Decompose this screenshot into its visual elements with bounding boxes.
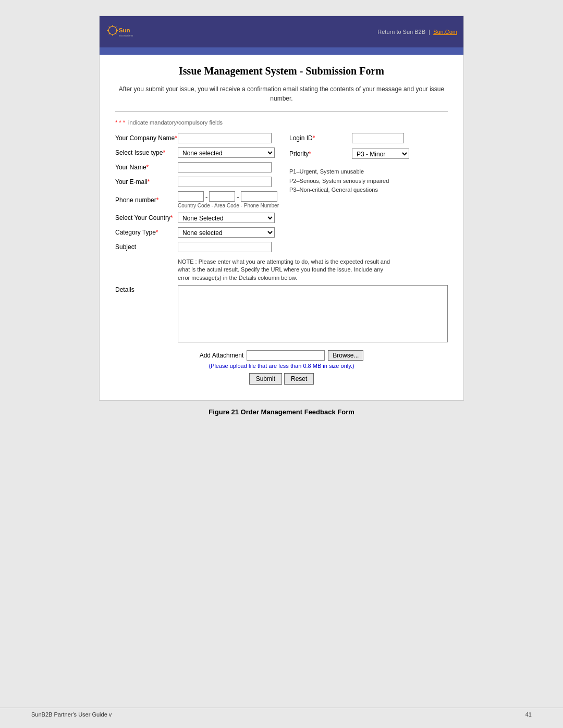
priority-dropdown[interactable]: P3 - Minor [352, 149, 409, 159]
sun-logo: Sun microsystems [106, 21, 133, 43]
form-title: Issue Management System - Submission For… [115, 65, 448, 77]
company-name-row: Your Company Name* [115, 133, 279, 143]
right-section: Login ID* Priority* P3 - Minor [284, 133, 409, 254]
priority-p3: P3–Non-critical, General questions [289, 186, 409, 195]
priority-p1: P1–Urgent, System unusable [289, 167, 409, 177]
login-id-label: Login ID* [289, 134, 352, 142]
header-bar: Sun microsystems Return to Sun B2B | Sun… [100, 16, 463, 47]
country-row: Select Your Country* None Selected [115, 213, 279, 223]
page-footer: SunB2B Partner's User Guide v 41 [0, 708, 563, 718]
submit-button[interactable]: Submit [249, 373, 282, 385]
left-section: Your Company Name* Select Issue type* No… [115, 133, 279, 254]
asterisks: * * * [115, 119, 125, 126]
footer-left: SunB2B Partner's User Guide v [31, 711, 112, 718]
sun-com-link[interactable]: Sun.Com [433, 29, 457, 35]
issue-type-row: Select Issue type* None selected [115, 147, 279, 158]
category-dropdown[interactable]: None selected [178, 227, 275, 238]
email-row: Your E-mail* [115, 177, 279, 187]
country-label: Select Your Country* [115, 214, 178, 221]
divider [115, 112, 448, 112]
category-row: Category Type* None selected [115, 227, 279, 238]
company-name-label: Your Company Name* [115, 134, 178, 142]
phone-sep-2: - [237, 193, 239, 201]
bottom-section: Add Attachment Browse... (Please upload … [115, 350, 448, 385]
issue-type-dropdown[interactable]: None selected [178, 147, 275, 158]
email-input[interactable] [178, 177, 272, 187]
login-id-input[interactable] [352, 133, 404, 143]
svg-line-5 [109, 27, 110, 28]
category-label: Category Type* [115, 229, 178, 236]
svg-line-8 [109, 33, 110, 34]
subject-input[interactable] [178, 242, 272, 252]
form-content: Issue Management System - Submission For… [100, 55, 463, 400]
return-link-text: Return to Sun B2B [377, 29, 425, 35]
login-id-row: Login ID* [289, 133, 409, 143]
priority-row: Priority* P3 - Minor [289, 149, 409, 159]
form-subtitle: After you submit your issue, you will re… [115, 84, 448, 103]
phone-number-input[interactable] [241, 191, 277, 202]
attachment-input[interactable] [247, 350, 325, 361]
phone-row: Phone number* - - Country Code - Area Co… [115, 191, 279, 208]
footer-right: 41 [525, 711, 532, 718]
issue-type-label: Select Issue type* [115, 149, 178, 156]
svg-point-0 [108, 27, 117, 35]
attachment-row: Add Attachment Browse... [115, 350, 448, 361]
upload-note: (Please upload file that are less than 0… [115, 363, 448, 369]
svg-line-7 [116, 27, 117, 28]
priority-label: Priority* [289, 150, 352, 157]
your-name-row: Your Name* [115, 162, 279, 172]
priority-descriptions: P1–Urgent, System unusable P2–Serious, S… [289, 167, 409, 195]
note-text: NOTE : Please enter what you are attempt… [178, 258, 397, 282]
email-label: Your E-mail* [115, 178, 178, 186]
submit-row: Submit Reset [115, 373, 448, 385]
svg-text:microsystems: microsystems [119, 34, 133, 37]
note-row: NOTE : Please enter what you are attempt… [115, 256, 448, 282]
country-dropdown[interactable]: None Selected [178, 213, 275, 223]
header-links: Return to Sun B2B | Sun.Com [377, 29, 457, 35]
company-name-input[interactable] [178, 133, 272, 143]
country-code-input[interactable] [178, 191, 204, 202]
phone-hint: Country Code - Area Code - Phone Number [178, 203, 279, 208]
mandatory-note: * * * indicate mandatory/compulsory fiel… [115, 119, 448, 126]
figure-caption: Figure 21 Order Management Feedback Form [209, 408, 354, 416]
details-row: Details [115, 285, 448, 344]
your-name-input[interactable] [178, 162, 272, 172]
reset-button[interactable]: Reset [284, 373, 314, 385]
details-textarea[interactable] [178, 285, 448, 342]
phone-sep-1: - [205, 193, 207, 201]
subject-row: Subject [115, 242, 279, 252]
priority-p2: P2–Serious, System seriously impaired [289, 177, 409, 186]
browse-button[interactable]: Browse... [328, 350, 363, 361]
area-code-input[interactable] [209, 191, 235, 202]
your-name-label: Your Name* [115, 164, 178, 171]
svg-line-6 [116, 33, 117, 34]
subject-label: Subject [115, 243, 178, 251]
phone-label: Phone number* [115, 196, 178, 204]
accent-bar [100, 47, 463, 55]
two-col-layout: Your Company Name* Select Issue type* No… [115, 133, 448, 254]
attachment-label: Add Attachment [200, 352, 244, 359]
svg-text:Sun: Sun [119, 27, 130, 33]
details-label: Details [115, 285, 178, 293]
phone-inputs: - - [178, 191, 279, 202]
